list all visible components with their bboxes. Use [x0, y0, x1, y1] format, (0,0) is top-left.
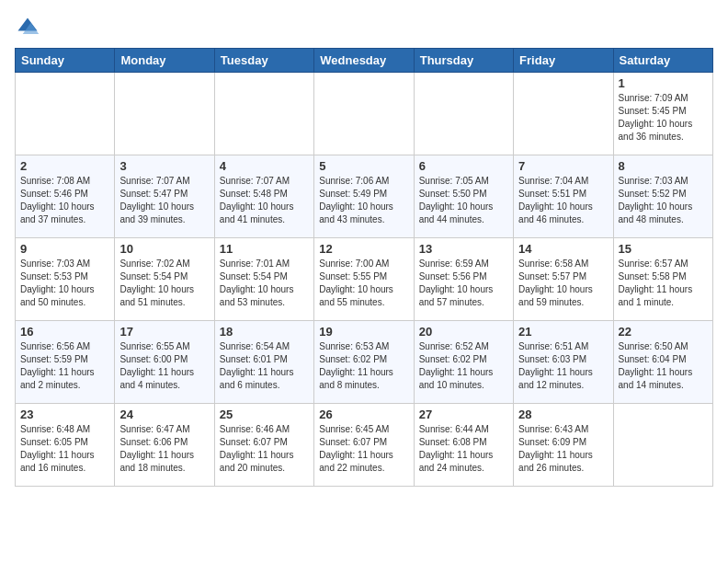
weekday-header-row: SundayMondayTuesdayWednesdayThursdayFrid… — [16, 49, 713, 73]
weekday-header-friday: Friday — [514, 49, 613, 73]
day-number: 14 — [518, 242, 608, 256]
weekday-header-wednesday: Wednesday — [314, 49, 414, 73]
day-number: 27 — [419, 408, 508, 421]
calendar-day: 24Sunrise: 6:47 AM Sunset: 6:06 PM Dayli… — [115, 404, 214, 487]
day-number: 2 — [20, 159, 109, 173]
weekday-header-monday: Monday — [115, 49, 214, 73]
day-info: Sunrise: 6:43 AM Sunset: 6:09 PM Dayligh… — [518, 423, 608, 475]
day-info: Sunrise: 7:08 AM Sunset: 5:46 PM Dayligh… — [20, 175, 109, 226]
day-info: Sunrise: 7:01 AM Sunset: 5:54 PM Dayligh… — [220, 258, 309, 309]
calendar-week-5: 23Sunrise: 6:48 AM Sunset: 6:05 PM Dayli… — [16, 404, 713, 487]
calendar-day: 20Sunrise: 6:52 AM Sunset: 6:02 PM Dayli… — [414, 321, 513, 404]
day-info: Sunrise: 6:48 AM Sunset: 6:05 PM Dayligh… — [20, 423, 109, 475]
day-number: 21 — [518, 325, 608, 339]
day-info: Sunrise: 6:54 AM Sunset: 6:01 PM Dayligh… — [220, 340, 309, 392]
day-info: Sunrise: 7:09 AM Sunset: 5:45 PM Dayligh… — [619, 92, 708, 144]
day-info: Sunrise: 7:07 AM Sunset: 5:48 PM Dayligh… — [220, 175, 309, 226]
calendar-day: 23Sunrise: 6:48 AM Sunset: 6:05 PM Dayli… — [16, 404, 115, 487]
calendar-day — [115, 73, 214, 155]
calendar-day: 17Sunrise: 6:55 AM Sunset: 6:00 PM Dayli… — [115, 321, 214, 404]
calendar-week-3: 9Sunrise: 7:03 AM Sunset: 5:53 PM Daylig… — [16, 238, 713, 321]
day-info: Sunrise: 7:06 AM Sunset: 5:49 PM Dayligh… — [319, 175, 408, 226]
weekday-header-thursday: Thursday — [414, 49, 513, 73]
day-info: Sunrise: 7:03 AM Sunset: 5:52 PM Dayligh… — [619, 175, 708, 226]
day-info: Sunrise: 6:59 AM Sunset: 5:56 PM Dayligh… — [419, 258, 508, 309]
day-info: Sunrise: 7:05 AM Sunset: 5:50 PM Dayligh… — [419, 175, 508, 226]
calendar-week-2: 2Sunrise: 7:08 AM Sunset: 5:46 PM Daylig… — [16, 155, 713, 238]
day-number: 7 — [518, 159, 608, 173]
day-number: 6 — [419, 159, 508, 173]
day-number: 17 — [119, 325, 209, 339]
day-number: 20 — [419, 325, 508, 339]
day-info: Sunrise: 6:50 AM Sunset: 6:04 PM Dayligh… — [619, 340, 708, 392]
day-number: 16 — [20, 325, 109, 339]
calendar-day: 9Sunrise: 7:03 AM Sunset: 5:53 PM Daylig… — [16, 238, 115, 321]
day-number: 10 — [119, 242, 209, 256]
page-header — [15, 15, 713, 40]
day-number: 25 — [220, 408, 309, 421]
calendar-day — [414, 73, 513, 155]
calendar-day: 27Sunrise: 6:44 AM Sunset: 6:08 PM Dayli… — [414, 404, 513, 487]
day-info: Sunrise: 6:55 AM Sunset: 6:00 PM Dayligh… — [119, 340, 209, 392]
day-info: Sunrise: 7:04 AM Sunset: 5:51 PM Dayligh… — [518, 175, 608, 226]
day-number: 11 — [220, 242, 309, 256]
day-info: Sunrise: 6:58 AM Sunset: 5:57 PM Dayligh… — [518, 258, 608, 309]
calendar-day: 14Sunrise: 6:58 AM Sunset: 5:57 PM Dayli… — [514, 238, 613, 321]
calendar-day — [214, 73, 313, 155]
day-number: 8 — [619, 159, 708, 173]
calendar-day — [16, 73, 115, 155]
calendar-day — [613, 404, 712, 487]
calendar-week-4: 16Sunrise: 6:56 AM Sunset: 5:59 PM Dayli… — [16, 321, 713, 404]
day-number: 12 — [319, 242, 408, 256]
weekday-header-saturday: Saturday — [613, 49, 712, 73]
day-info: Sunrise: 7:03 AM Sunset: 5:53 PM Dayligh… — [20, 258, 109, 309]
calendar-day: 25Sunrise: 6:46 AM Sunset: 6:07 PM Dayli… — [214, 404, 313, 487]
calendar-day: 11Sunrise: 7:01 AM Sunset: 5:54 PM Dayli… — [214, 238, 313, 321]
day-number: 24 — [119, 408, 209, 421]
calendar-day — [514, 73, 613, 155]
calendar-day: 7Sunrise: 7:04 AM Sunset: 5:51 PM Daylig… — [514, 155, 613, 238]
day-number: 28 — [518, 408, 608, 421]
day-info: Sunrise: 7:02 AM Sunset: 5:54 PM Dayligh… — [119, 258, 209, 309]
calendar-day: 12Sunrise: 7:00 AM Sunset: 5:55 PM Dayli… — [314, 238, 414, 321]
calendar-day: 10Sunrise: 7:02 AM Sunset: 5:54 PM Dayli… — [115, 238, 214, 321]
day-number: 22 — [619, 325, 708, 339]
day-info: Sunrise: 6:56 AM Sunset: 5:59 PM Dayligh… — [20, 340, 109, 392]
calendar-day: 28Sunrise: 6:43 AM Sunset: 6:09 PM Dayli… — [514, 404, 613, 487]
calendar-day: 21Sunrise: 6:51 AM Sunset: 6:03 PM Dayli… — [514, 321, 613, 404]
calendar-day: 19Sunrise: 6:53 AM Sunset: 6:02 PM Dayli… — [314, 321, 414, 404]
day-info: Sunrise: 6:51 AM Sunset: 6:03 PM Dayligh… — [518, 340, 608, 392]
calendar-day: 26Sunrise: 6:45 AM Sunset: 6:07 PM Dayli… — [314, 404, 414, 487]
calendar-day: 2Sunrise: 7:08 AM Sunset: 5:46 PM Daylig… — [16, 155, 115, 238]
calendar-day: 16Sunrise: 6:56 AM Sunset: 5:59 PM Dayli… — [16, 321, 115, 404]
day-number: 26 — [319, 408, 408, 421]
calendar-day: 4Sunrise: 7:07 AM Sunset: 5:48 PM Daylig… — [214, 155, 313, 238]
calendar-day: 18Sunrise: 6:54 AM Sunset: 6:01 PM Dayli… — [214, 321, 313, 404]
calendar-day: 1Sunrise: 7:09 AM Sunset: 5:45 PM Daylig… — [613, 73, 712, 155]
calendar-day: 3Sunrise: 7:07 AM Sunset: 5:47 PM Daylig… — [115, 155, 214, 238]
logo-icon — [15, 15, 40, 40]
day-number: 23 — [20, 408, 109, 421]
day-info: Sunrise: 6:47 AM Sunset: 6:06 PM Dayligh… — [119, 423, 209, 475]
day-number: 5 — [319, 159, 408, 173]
day-info: Sunrise: 7:07 AM Sunset: 5:47 PM Dayligh… — [119, 175, 209, 226]
calendar-table: SundayMondayTuesdayWednesdayThursdayFrid… — [15, 48, 713, 487]
day-info: Sunrise: 6:52 AM Sunset: 6:02 PM Dayligh… — [419, 340, 508, 392]
calendar-day: 5Sunrise: 7:06 AM Sunset: 5:49 PM Daylig… — [314, 155, 414, 238]
day-number: 13 — [419, 242, 508, 256]
day-info: Sunrise: 6:53 AM Sunset: 6:02 PM Dayligh… — [319, 340, 408, 392]
day-number: 18 — [220, 325, 309, 339]
calendar-day: 15Sunrise: 6:57 AM Sunset: 5:58 PM Dayli… — [613, 238, 712, 321]
calendar-day: 6Sunrise: 7:05 AM Sunset: 5:50 PM Daylig… — [414, 155, 513, 238]
calendar-week-1: 1Sunrise: 7:09 AM Sunset: 5:45 PM Daylig… — [16, 73, 713, 155]
weekday-header-sunday: Sunday — [16, 49, 115, 73]
day-info: Sunrise: 6:46 AM Sunset: 6:07 PM Dayligh… — [220, 423, 309, 475]
calendar-day — [314, 73, 414, 155]
day-number: 1 — [619, 76, 708, 90]
day-number: 19 — [319, 325, 408, 339]
day-number: 3 — [119, 159, 209, 173]
logo — [15, 15, 44, 40]
day-number: 4 — [220, 159, 309, 173]
calendar-day: 8Sunrise: 7:03 AM Sunset: 5:52 PM Daylig… — [613, 155, 712, 238]
day-info: Sunrise: 7:00 AM Sunset: 5:55 PM Dayligh… — [319, 258, 408, 309]
